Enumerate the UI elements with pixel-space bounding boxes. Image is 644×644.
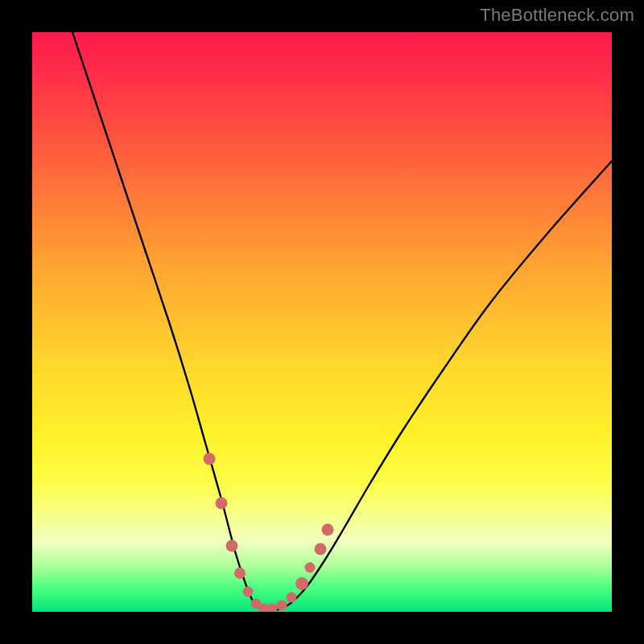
plot-area xyxy=(32,32,612,612)
highlight-dot xyxy=(234,568,246,579)
highlight-dot xyxy=(322,524,334,536)
watermark-label: TheBottleneck.com xyxy=(480,5,634,26)
highlight-dot xyxy=(287,592,297,603)
highlight-dot xyxy=(216,497,228,510)
highlight-dot xyxy=(226,540,238,552)
highlight-dot xyxy=(204,453,216,465)
bottleneck-curve xyxy=(72,32,612,611)
curve-svg xyxy=(32,32,612,612)
highlight-markers xyxy=(204,453,334,613)
chart-frame: TheBottleneck.com xyxy=(0,0,644,644)
highlight-dot xyxy=(243,587,254,597)
highlight-dot xyxy=(305,563,316,573)
highlight-dot xyxy=(315,543,327,555)
highlight-dot xyxy=(267,604,278,613)
highlight-dot xyxy=(295,577,308,590)
highlight-dot xyxy=(277,601,287,611)
